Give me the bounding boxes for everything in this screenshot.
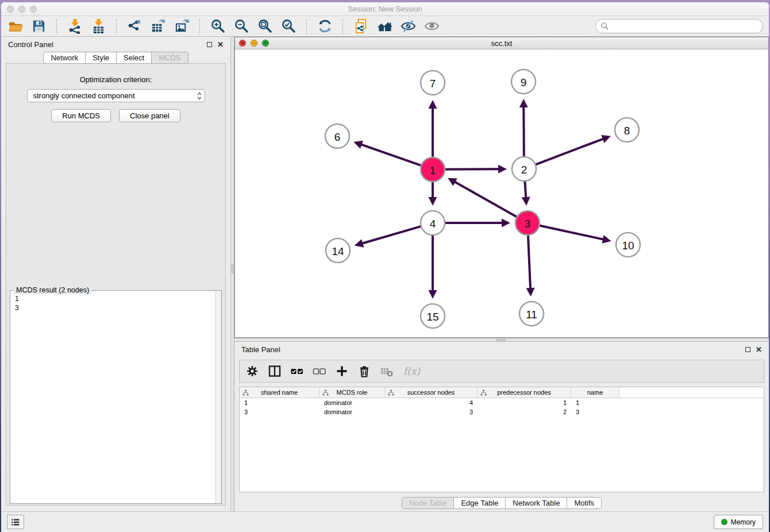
open-session-button[interactable] [7,18,23,34]
tab-network-table[interactable]: Network Table [506,497,567,509]
node-label: 3 [525,218,531,230]
main-toolbar [1,16,769,37]
vertical-splitter[interactable] [230,37,234,511]
tab-select[interactable]: Select [117,52,152,64]
edge-3-10[interactable] [540,225,604,239]
save-session-icon [31,18,47,34]
zoom-fit-icon [257,18,273,34]
search-icon [600,22,609,30]
table-cell: dominator [319,408,385,415]
task-history-button[interactable] [7,515,24,529]
node-label: 9 [521,76,527,88]
column-header-predecessor-nodes[interactable]: predecessor nodes [478,387,571,398]
network-window-title: scc.txt [235,39,768,48]
tab-network[interactable]: Network [43,52,86,64]
window-title: Session: New Session [1,5,769,13]
network-minimize-button[interactable]: − [251,40,257,47]
table-cell: 3 [385,408,478,415]
tab-edge-table[interactable]: Edge Table [454,497,506,509]
close-panel-icon[interactable]: ✕ [217,41,224,48]
add-column-button[interactable] [335,364,349,378]
run-mcds-button[interactable]: Run MCDS [51,109,111,122]
clone-network-button[interactable] [353,18,369,34]
edge-2-8[interactable] [536,138,604,164]
save-session-button[interactable] [30,18,47,34]
result-scrollbar[interactable] [215,291,221,503]
column-header-MCDS-role[interactable]: MCDS role [319,387,385,398]
table-cell: dominator [319,399,385,406]
tab-mcds[interactable]: MCDS [152,52,188,64]
import-network-button[interactable] [67,18,83,34]
horizontal-splitter[interactable] [234,338,769,342]
select-all-button[interactable] [290,364,304,378]
float-table-panel-icon[interactable] [745,347,750,352]
export-image-icon [174,18,190,34]
node-label: 4 [430,218,436,230]
edge-1-2[interactable] [445,169,499,169]
graph-svg: 1234678910111415 [235,49,768,337]
mcds-result-group: MCDS result (2 nodes) 13 [10,290,222,504]
network-canvas[interactable]: 1234678910111415 [235,49,768,337]
edge-3-1[interactable] [454,182,517,217]
refresh-icon [317,18,333,34]
hide-selected-button[interactable] [400,18,416,34]
refresh-button[interactable] [317,18,333,34]
edge-1-6[interactable] [361,144,422,165]
table-row[interactable]: 1dominator411 [240,398,764,407]
delete-column-icon [357,364,371,378]
toolbar-separator [306,19,307,34]
table-row[interactable]: 3dominator323 [240,407,764,417]
import-table-icon [91,18,106,34]
zoom-fit-button[interactable] [257,18,273,34]
memory-button[interactable]: Memory [714,515,763,529]
column-header-name[interactable]: name [571,387,619,398]
delete-column-button[interactable] [357,364,371,378]
tab-motifs[interactable]: Motifs [567,497,602,509]
edge-4-14[interactable] [361,226,421,244]
edge-2-9[interactable] [523,106,524,157]
column-label: successor nodes [385,389,477,396]
arrowhead-icon [353,141,363,149]
unselect-all-button[interactable] [313,364,326,378]
edge-3-11[interactable] [528,235,530,289]
network-window-titlebar: scc.txt ✕ − + [235,37,768,49]
toolbar-separator [342,19,343,34]
zoom-out-button[interactable] [233,18,249,34]
export-table-button[interactable] [150,18,166,34]
node-label: 11 [526,309,537,321]
export-network-button[interactable] [126,18,143,34]
tab-node-table[interactable]: Node Table [402,497,455,509]
search-input[interactable] [612,22,758,30]
zoom-selected-button[interactable] [280,18,297,34]
import-table-button[interactable] [90,18,106,34]
toggle-panels-button[interactable] [268,364,282,378]
toolbar-separator [116,19,117,34]
network-view-window: scc.txt ✕ − + 1234678910111415 [234,37,769,338]
show-all-button[interactable] [424,18,440,34]
optimization-criterion-dropdown[interactable]: strongly connected component [27,89,205,102]
export-image-button[interactable] [174,18,190,34]
zoom-selected-icon [281,18,297,34]
zoom-in-button[interactable] [210,18,226,34]
table-cell: 1 [240,399,319,406]
table-tabs: Node TableEdge TableNetwork TableMotifs [234,497,769,509]
column-header-shared-name[interactable]: shared name [240,387,319,398]
table-cell: 1 [478,399,571,406]
network-close-button[interactable]: ✕ [239,40,246,47]
close-table-panel-icon[interactable]: ✕ [756,346,762,353]
tree-icon [242,390,249,396]
close-panel-button[interactable]: Close panel [119,109,180,122]
search-box[interactable] [595,19,763,33]
table-panel-title: Table Panel [241,345,280,354]
node-label: 15 [426,311,438,323]
edge-2-3[interactable] [525,181,526,198]
node-label: 8 [624,125,630,137]
settings-button[interactable] [245,364,259,378]
float-panel-icon[interactable] [207,42,212,47]
zoom-in-icon [210,18,226,34]
column-header-successor-nodes[interactable]: successor nodes [385,387,478,398]
tab-style[interactable]: Style [86,52,117,64]
export-table-icon [151,18,166,34]
network-zoom-button[interactable]: + [262,40,269,47]
home-button[interactable] [376,18,392,34]
